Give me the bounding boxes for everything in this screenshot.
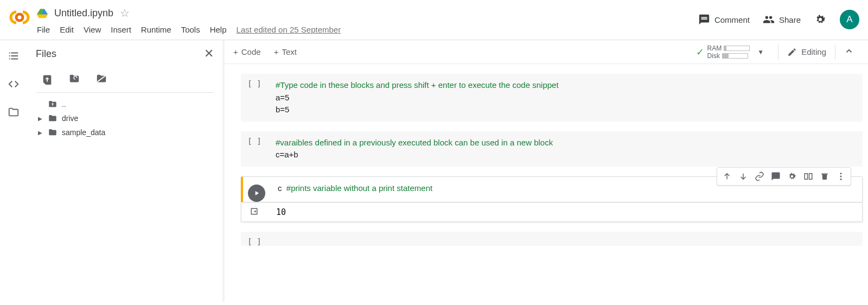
add-text-label: Text: [282, 47, 297, 56]
last-edited-link[interactable]: Last edited on 25 September: [237, 25, 341, 34]
caret-icon: ▶: [38, 130, 43, 136]
arrow-up-icon[interactable]: [719, 169, 735, 184]
plus-icon: +: [274, 47, 279, 56]
code-cell[interactable]: [ ]#varaibles defined in a previously ex…: [241, 131, 863, 167]
code-editor[interactable]: #varaibles defined in a previously execu…: [268, 131, 863, 167]
disk-label: Disk: [707, 52, 720, 60]
files-panel-title: Files: [36, 48, 56, 60]
chevron-down-icon[interactable]: ▼: [753, 48, 768, 56]
mount-drive-icon[interactable]: [95, 73, 107, 85]
svg-point-4: [840, 173, 842, 174]
drive-icon: [37, 8, 48, 18]
snippets-icon[interactable]: [8, 78, 20, 90]
share-label: Share: [779, 15, 801, 24]
code-editor[interactable]: #Type code in these blocks and press shi…: [268, 74, 863, 122]
output-text: 10: [269, 203, 293, 221]
tree-up[interactable]: ..: [38, 97, 214, 111]
cell-exec-indicator: [ ]: [241, 131, 268, 167]
menu-bar: File Edit View Insert Runtime Tools Help…: [37, 22, 698, 40]
code-editor[interactable]: [268, 232, 863, 246]
app-header: Untitled.ipynb ☆ File Edit View Insert R…: [0, 0, 868, 40]
mirror-icon[interactable]: [801, 169, 816, 184]
code-line: a=5: [276, 92, 855, 104]
files-toolbar: [36, 69, 214, 93]
comment-button[interactable]: Comment: [698, 14, 750, 26]
code-line: b=5: [276, 104, 855, 116]
notebook-toolbar: +Code +Text ✓ RAM Disk ▼ Editing: [225, 40, 868, 64]
comment-icon: [698, 14, 710, 26]
run-button[interactable]: [248, 185, 265, 202]
comment-icon[interactable]: [768, 169, 783, 184]
star-icon[interactable]: ☆: [120, 7, 130, 20]
menu-edit[interactable]: Edit: [60, 25, 74, 34]
header-main: Untitled.ipynb ☆ File Edit View Insert R…: [37, 4, 698, 40]
editing-label: Editing: [801, 47, 826, 56]
editing-mode-button[interactable]: Editing: [782, 47, 832, 57]
files-panel-header: Files ✕: [36, 47, 214, 61]
folder-icon: [48, 113, 58, 123]
code-cell[interactable]: c #prints variable without a print state…: [241, 176, 863, 202]
check-icon: ✓: [696, 46, 704, 58]
avatar[interactable]: A: [840, 10, 859, 29]
tree-item-label: sample_data: [62, 128, 105, 137]
code-line: #Type code in these blocks and press shi…: [276, 79, 855, 92]
plus-icon: +: [233, 47, 238, 56]
tree-item-label: ..: [62, 100, 66, 109]
caret-icon: ▶: [38, 116, 43, 122]
cell-toolbar: [717, 167, 851, 186]
document-title[interactable]: Untitled.ipynb: [54, 8, 113, 19]
share-icon: [763, 14, 775, 26]
colab-logo-icon: [9, 7, 30, 28]
tree-item-label: drive: [62, 114, 78, 123]
tree-drive[interactable]: ▶ drive: [38, 111, 214, 125]
svg-rect-2: [805, 173, 807, 179]
menu-file[interactable]: File: [37, 25, 50, 34]
main-content: +Code +Text ✓ RAM Disk ▼ Editing [ ]#Typ…: [225, 40, 868, 302]
avatar-initial: A: [846, 14, 852, 25]
separator: [778, 45, 778, 60]
pencil-icon: [787, 47, 797, 57]
ram-meter: [724, 46, 750, 51]
svg-point-5: [840, 175, 842, 177]
arrow-down-icon[interactable]: [736, 169, 751, 184]
upload-icon[interactable]: [41, 73, 53, 85]
side-rail: [0, 40, 27, 302]
link-icon[interactable]: [752, 169, 767, 184]
separator: [835, 45, 835, 60]
menu-runtime[interactable]: Runtime: [141, 25, 171, 34]
gear-icon[interactable]: [784, 169, 800, 184]
menu-view[interactable]: View: [84, 25, 101, 34]
resource-meters: RAM Disk: [707, 45, 750, 60]
menu-help[interactable]: Help: [210, 25, 227, 34]
menu-insert[interactable]: Insert: [111, 25, 131, 34]
close-icon[interactable]: ✕: [204, 47, 214, 61]
share-button[interactable]: Share: [763, 14, 801, 26]
refresh-icon[interactable]: [68, 73, 80, 85]
folder-icon: [48, 128, 58, 137]
ram-label: RAM: [707, 45, 722, 52]
folder-icon[interactable]: [8, 106, 20, 118]
notebook-area: [ ]#Type code in these blocks and press …: [225, 64, 868, 302]
chevron-up-icon[interactable]: [839, 46, 859, 58]
svg-point-0: [16, 14, 23, 21]
svg-point-6: [840, 178, 842, 180]
trash-icon[interactable]: [817, 169, 832, 184]
menu-tools[interactable]: Tools: [181, 25, 200, 34]
add-text-button[interactable]: +Text: [274, 47, 297, 56]
folder-up-icon: [48, 99, 58, 109]
cell-exec-indicator: [ ]: [241, 74, 268, 122]
gear-icon[interactable]: [814, 13, 827, 26]
tree-sampledata[interactable]: ▶ sample_data: [38, 125, 214, 139]
cell-output: 10: [241, 202, 863, 222]
code-cell[interactable]: [ ]#Type code in these blocks and press …: [241, 74, 863, 122]
resource-widget[interactable]: ✓ RAM Disk ▼: [696, 45, 769, 60]
code-cell[interactable]: [ ]: [241, 232, 863, 246]
svg-rect-3: [809, 173, 812, 179]
app-body: Files ✕ .. ▶ drive ▶ sample_data: [0, 40, 868, 302]
comment-label: Comment: [714, 15, 750, 24]
add-code-button[interactable]: +Code: [233, 47, 261, 56]
cell-exec-indicator: [ ]: [241, 232, 268, 246]
file-tree: .. ▶ drive ▶ sample_data: [36, 97, 214, 139]
more-icon[interactable]: [833, 169, 848, 184]
toc-icon[interactable]: [8, 50, 20, 62]
